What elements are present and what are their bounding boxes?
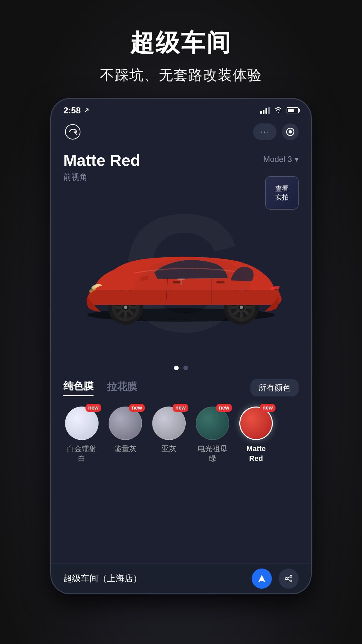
status-time: 2:58 ↗ [63,105,89,116]
svg-line-34 [287,579,290,580]
share-button[interactable] [279,569,299,589]
bottom-bar: 超级车间（上海店） [51,563,311,593]
signal-bars-icon [260,107,270,114]
swatch-item-lightgray[interactable]: new 亚灰 [150,407,187,463]
page-title: 超级车间 [100,27,262,59]
status-icons [260,106,299,115]
record-button[interactable] [282,123,299,140]
swatch-label-green: 电光祖母绿 [198,444,227,463]
swatch-item-green[interactable]: new 电光祖母绿 [194,407,231,463]
new-badge-green: new [216,404,232,412]
real-photo-label: 查看实拍 [275,184,289,202]
svg-point-29 [240,306,243,309]
svg-rect-9 [216,281,225,283]
swatch-item-gray[interactable]: new 能量灰 [107,407,144,463]
all-colors-button[interactable]: 所有颜色 [250,379,299,396]
app-logo[interactable] [63,122,82,141]
svg-point-30 [290,575,292,577]
location-icon: ↗ [83,106,89,114]
svg-line-33 [287,577,290,578]
store-name: 超级车间（上海店） [63,573,142,584]
color-swatches: new 白金镭射白 new 能量灰 new 亚灰 [51,400,311,470]
swatch-label-white: 白金镭射白 [67,444,97,463]
swatch-label-lightgray: 亚灰 [162,444,176,454]
swatch-label-gray: 能量灰 [114,444,136,454]
page-subtitle: 不踩坑、无套路改装体验 [100,66,262,85]
new-badge-red: new [260,404,276,412]
svg-rect-8 [173,281,181,283]
swatch-item-red[interactable]: new MatteRed [238,407,275,463]
status-bar: 2:58 ↗ [51,99,311,119]
car-name: Matte Red [63,151,140,170]
app-header: ··· [51,119,311,145]
car-angle: 前视角 [63,172,140,182]
film-tabs: 纯色膜 拉花膜 所有颜色 [51,376,311,400]
model-label: Model 3 [263,155,292,164]
model-selector[interactable]: Model 3 ▾ [263,155,299,164]
swatch-item-white[interactable]: new 白金镭射白 [63,407,100,463]
new-badge-gray: new [129,404,145,412]
page-dots [51,360,311,376]
chevron-down-icon: ▾ [295,155,299,164]
swatch-label-red: MatteRed [246,444,265,463]
wifi-icon [274,106,283,115]
svg-point-31 [285,578,287,580]
top-section: 超级车间 不踩坑、无套路改装体验 [100,0,262,98]
navigate-button[interactable] [252,569,272,589]
page-dot-2[interactable] [183,366,188,370]
svg-point-0 [65,124,80,139]
svg-point-4 [289,130,292,133]
header-actions: ··· [253,123,299,140]
tab-pattern-film[interactable]: 拉花膜 [107,380,137,396]
car-image [67,216,295,330]
phone-frame: 2:58 ↗ [50,98,312,594]
new-badge-white: new [85,404,101,412]
svg-point-19 [124,306,127,309]
battery-icon [287,107,299,113]
bottom-nav-icons [252,569,299,589]
menu-dots-button[interactable]: ··· [253,123,277,140]
svg-point-32 [290,580,292,582]
new-badge-lightgray: new [173,404,188,412]
tab-solid-film[interactable]: 纯色膜 [63,379,94,396]
page-dot-1[interactable] [174,366,179,370]
phone-frame-wrapper: 2:58 ↗ [50,98,312,644]
car-display: C [51,186,311,360]
